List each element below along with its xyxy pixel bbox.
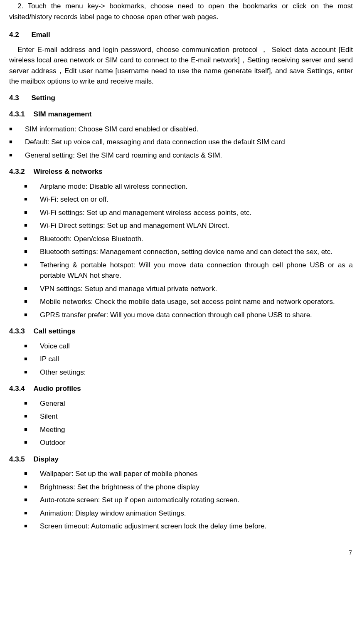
list-display: Wallpaper: Set up the wall paper of mobi… <box>9 469 353 532</box>
list-item: GPRS transfer prefer: Will you move data… <box>24 310 353 321</box>
list-item: IP call <box>24 354 353 365</box>
page-number: 7 <box>9 548 353 557</box>
heading-4-2: 4.2 Email <box>9 30 353 40</box>
list-wireless-networks: Airplane mode: Disable all wireless conn… <box>9 181 353 321</box>
list-item: Animation: Display window animation Sett… <box>24 508 353 519</box>
heading-4-3-2: 4.3.2 Wireless & networks <box>9 166 353 177</box>
heading-title: Email <box>31 30 50 40</box>
list-item: Brightness: Set the brightness of the ph… <box>24 482 353 493</box>
list-item: Silent <box>24 411 353 422</box>
list-audio-profiles: General Silent Meeting Outdoor <box>9 398 353 448</box>
heading-number: 4.3.2 <box>9 166 25 177</box>
list-item: Wallpaper: Set up the wall paper of mobi… <box>24 469 353 479</box>
heading-title: Wireless & networks <box>34 166 103 177</box>
email-body: Enter E-mail address and login password,… <box>9 44 353 87</box>
heading-4-3-3: 4.3.3 Call settings <box>9 326 353 337</box>
list-item: Default: Set up voice call, messaging an… <box>9 137 353 148</box>
heading-title: Display <box>34 454 59 465</box>
heading-4-3-5: 4.3.5 Display <box>9 454 353 465</box>
list-call-settings: Voice call IP call Other settings: <box>9 341 353 378</box>
list-item: Wi-Fi Direct settings: Set up and manage… <box>24 220 353 231</box>
list-item: Other settings: <box>24 367 353 378</box>
heading-title: Audio profiles <box>34 383 81 394</box>
heading-number: 4.3.3 <box>9 326 25 337</box>
list-item: Auto-rotate screen: Set up if open autom… <box>24 495 353 506</box>
intro-paragraph: 2. Touch the menu key-> bookmarks, choos… <box>9 1 353 22</box>
heading-number: 4.3 <box>9 93 19 104</box>
heading-4-3: 4.3 Setting <box>9 93 353 104</box>
list-item: Wi-Fi: select on or off. <box>24 194 353 205</box>
list-item: Meeting <box>24 424 353 435</box>
list-item: Mobile networks: Check the mobile data u… <box>24 296 353 307</box>
list-item: Voice call <box>24 341 353 352</box>
heading-title: Setting <box>31 93 55 104</box>
list-item: Tethering & portable hotspot: Will you m… <box>24 260 353 281</box>
heading-4-3-4: 4.3.4 Audio profiles <box>9 383 353 394</box>
heading-number: 4.3.5 <box>9 454 25 465</box>
list-sim-management: SIM information: Choose SIM card enabled… <box>9 124 353 161</box>
list-item: Outdoor <box>24 437 353 448</box>
heading-number: 4.2 <box>9 30 19 40</box>
heading-title: SIM management <box>34 109 92 120</box>
heading-4-3-1: 4.3.1 SIM management <box>9 109 353 120</box>
heading-number: 4.3.1 <box>9 109 25 120</box>
list-item: General <box>24 398 353 409</box>
list-item: General setting: Set the SIM card roamin… <box>9 150 353 161</box>
list-item: Airplane mode: Disable all wireless conn… <box>24 181 353 192</box>
list-item: Screen timeout: Automatic adjustment scr… <box>24 521 353 532</box>
document-page: 2. Touch the menu key-> bookmarks, choos… <box>0 1 362 570</box>
list-item: Bluetooth: Open/close Bluetooth. <box>24 234 353 244</box>
list-item: Bluetooth settings: Management connectio… <box>24 247 353 257</box>
list-item: Wi-Fi settings: Set up and management wi… <box>24 207 353 218</box>
intro-text: 2. Touch the menu key-> bookmarks, choos… <box>9 2 353 21</box>
heading-number: 4.3.4 <box>9 383 25 394</box>
email-text: Enter E-mail address and login password,… <box>9 46 353 86</box>
list-item: SIM information: Choose SIM card enabled… <box>9 124 353 135</box>
list-item: VPN settings: Setup and manage virtual p… <box>24 284 353 294</box>
heading-title: Call settings <box>34 326 76 337</box>
